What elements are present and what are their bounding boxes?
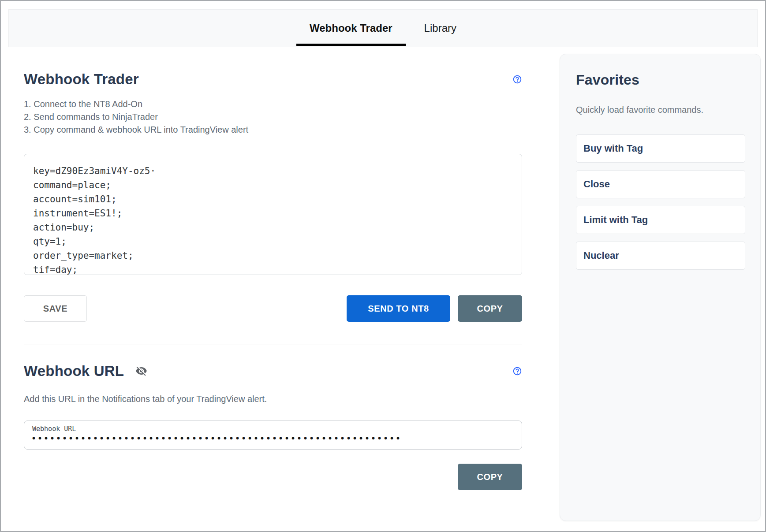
instruction-step: 1. Connect to the NT8 Add-On	[24, 98, 522, 111]
save-button[interactable]: SAVE	[24, 295, 87, 322]
help-icon[interactable]	[512, 366, 522, 376]
eye-off-icon[interactable]	[135, 365, 147, 377]
webhook-url-masked-value: ••••••••••••••••••••••••••••••••••••••••…	[32, 433, 514, 443]
copy-command-button[interactable]: COPY	[458, 295, 522, 322]
command-actions: SAVE SEND TO NT8 COPY	[24, 295, 522, 322]
webhook-url-field-label: Webhook URL	[32, 425, 514, 433]
favorite-item-buy-with-tag[interactable]: Buy with Tag	[576, 134, 745, 163]
webhook-url-description: Add this URL in the Notifications tab of…	[24, 393, 522, 405]
favorite-item-limit-with-tag[interactable]: Limit with Tag	[576, 206, 745, 234]
favorite-item-nuclear[interactable]: Nuclear	[576, 242, 745, 270]
instructions: 1. Connect to the NT8 Add-On 2. Send com…	[24, 98, 522, 136]
favorite-item-label: Close	[583, 179, 610, 190]
section-divider	[24, 345, 522, 345]
tab-bar: Webhook Trader Library	[8, 9, 758, 47]
url-actions: COPY	[24, 464, 522, 490]
favorite-item-label: Limit with Tag	[583, 214, 648, 226]
favorites-title: Favorites	[576, 73, 744, 87]
tab-library[interactable]: Library	[411, 10, 470, 47]
favorites-subtitle: Quickly load favorite commands.	[576, 104, 744, 115]
command-textarea[interactable]: key=dZ90Ez3amiV4Y-oz5· command=place; ac…	[24, 154, 522, 275]
webhook-trader-app: Webhook Trader Library Webhook Trader 1.…	[0, 0, 766, 532]
help-icon[interactable]	[512, 74, 522, 84]
webhook-url-title-row: Webhook URL	[24, 364, 522, 378]
tab-webhook-trader[interactable]: Webhook Trader	[296, 10, 406, 47]
favorite-item-label: Buy with Tag	[583, 143, 643, 154]
instruction-step: 3. Copy command & webhook URL into Tradi…	[24, 123, 522, 136]
main-content: Webhook Trader 1. Connect to the NT8 Add…	[24, 47, 522, 490]
instruction-step: 2. Send commands to NinjaTrader	[24, 111, 522, 123]
page-title: Webhook Trader	[24, 72, 139, 86]
webhook-url-title: Webhook URL	[24, 364, 124, 378]
send-to-nt8-button[interactable]: SEND TO NT8	[347, 295, 450, 322]
favorites-list: Buy with Tag Close Limit with Tag Nuclea…	[576, 134, 744, 270]
title-row: Webhook Trader	[24, 72, 522, 86]
webhook-url-field[interactable]: Webhook URL ••••••••••••••••••••••••••••…	[24, 420, 522, 450]
copy-url-button[interactable]: COPY	[458, 464, 522, 490]
tab-library-label: Library	[424, 22, 456, 34]
favorite-item-close[interactable]: Close	[576, 170, 745, 198]
favorite-item-label: Nuclear	[583, 250, 619, 261]
favorites-panel: Favorites Quickly load favorite commands…	[560, 54, 761, 521]
tab-webhook-trader-label: Webhook Trader	[310, 22, 392, 34]
